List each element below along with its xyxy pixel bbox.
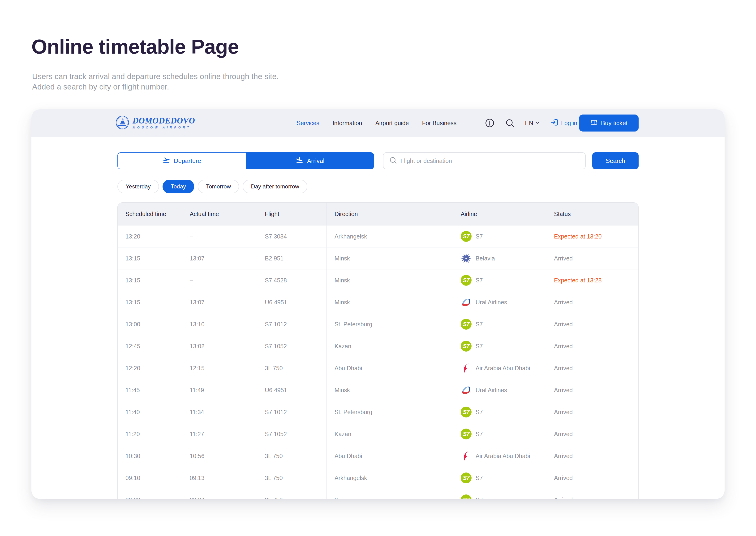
scheduled-time-cell: 13:20	[118, 225, 182, 247]
domodedovo-tower-icon	[116, 116, 129, 130]
actual-time-cell: 11:27	[182, 423, 257, 445]
nav-item-information[interactable]: Information	[333, 120, 362, 126]
actual-time-cell: –	[182, 225, 257, 247]
airline-cell: S7 S7	[453, 489, 546, 499]
s7-logo: S7	[461, 473, 471, 483]
flight-cell: S7 3034	[257, 225, 326, 247]
nav-item-services[interactable]: Services	[297, 120, 320, 126]
table-row: 09:10 09:13 3L 750 Arkhangelsk S7 S7 Arr…	[118, 467, 638, 489]
flight-cell: S7 4528	[257, 269, 326, 291]
header-icons: EN Log in	[485, 118, 577, 128]
airline-name: S7	[476, 233, 483, 240]
table-row: 11:40 11:34 S7 1012 St. Petersburg S7 S7…	[118, 401, 638, 423]
airline-cell: S7 S7	[453, 401, 546, 423]
col-header-direction: Direction	[326, 203, 453, 225]
col-header-airline: Airline	[453, 203, 546, 225]
table-row: 12:45 13:02 S7 1052 Kazan S7 S7 Arrived	[118, 335, 638, 357]
actual-time-cell: 09:13	[182, 467, 257, 489]
flight-cell: S7 1012	[257, 313, 326, 335]
actual-time-cell: –	[182, 269, 257, 291]
s7-logo: S7	[461, 494, 471, 499]
search-input-icon	[389, 156, 397, 165]
air-arabia-logo	[461, 451, 471, 461]
chip-yesterday[interactable]: Yesterday	[118, 180, 159, 193]
flight-cell: U6 4951	[257, 291, 326, 313]
alert-icon[interactable]	[485, 118, 495, 128]
scheduled-time-cell: 13:15	[118, 291, 182, 313]
nav-item-airport-guide[interactable]: Airport guide	[375, 120, 409, 126]
table-row: 13:15 – S7 4528 Minsk S7 S7 Expected at …	[118, 269, 638, 291]
search-input[interactable]	[400, 157, 579, 164]
actual-time-cell: 13:07	[182, 248, 257, 269]
table-body: 13:20 – S7 3034 Arkhangelsk S7 S7 Expect…	[118, 225, 638, 499]
flight-cell: U6 4951	[257, 379, 326, 401]
status-cell: Arrived	[546, 335, 638, 357]
s7-logo: S7	[461, 341, 471, 352]
chip-today[interactable]: Today	[162, 180, 194, 193]
flight-cell: 3L 750	[257, 467, 326, 489]
direction-cell: Minsk	[326, 248, 453, 269]
status-cell: Expected at 13:20	[546, 225, 638, 247]
tab-arrival-label: Arrival	[307, 157, 325, 165]
chip-tomorrow[interactable]: Tomorrow	[198, 180, 239, 193]
scheduled-time-cell: 11:20	[118, 423, 182, 445]
plane-landing-icon	[296, 156, 303, 166]
airline-name: Air Arabia Abu Dhabi	[476, 365, 530, 372]
direction-cell: Minsk	[326, 379, 453, 401]
tab-arrival[interactable]: Arrival	[246, 152, 374, 169]
tab-departure-label: Departure	[174, 157, 201, 165]
status-cell: Expected at 13:28	[546, 269, 638, 291]
tab-departure[interactable]: Departure	[118, 152, 246, 169]
nav-item-for-business[interactable]: For Business	[422, 120, 457, 126]
chip-day-after-tomorrow[interactable]: Day after tomorrow	[243, 180, 307, 193]
buy-ticket-button[interactable]: Buy ticket	[579, 115, 638, 131]
timetable-controls: Departure Arrival Search	[118, 152, 638, 169]
ural-airlines-logo	[461, 297, 471, 308]
actual-time-cell: 11:34	[182, 401, 257, 423]
login-link[interactable]: Log in	[550, 118, 577, 128]
search-submit-button[interactable]: Search	[592, 152, 638, 169]
page-title: Online timetable Page	[31, 35, 239, 58]
timetable-card: DOMODEDOVO MOSCOW AIRPORT Services Infor…	[31, 109, 725, 499]
airline-name: S7	[476, 343, 483, 350]
scheduled-time-cell: 11:45	[118, 379, 182, 401]
actual-time-cell: 13:02	[182, 335, 257, 357]
table-row: 12:20 12:15 3L 750 Abu Dhabi Air Arabia …	[118, 357, 638, 379]
airline-name: S7	[476, 475, 483, 482]
status-cell: Arrived	[546, 445, 638, 467]
flight-cell: S7 1052	[257, 423, 326, 445]
airline-cell: Air Arabia Abu Dhabi	[453, 445, 546, 467]
page-subtitle-line2: Added a search by city or flight number.	[32, 82, 279, 92]
status-cell: Arrived	[546, 423, 638, 445]
table-row: 13:15 13:07 B2 951 Minsk Belavia Arrived	[118, 247, 638, 269]
scheduled-time-cell: 10:30	[118, 445, 182, 467]
airline-cell: Ural Airlines	[453, 291, 546, 313]
main-nav: Services Information Airport guide For B…	[297, 120, 457, 126]
actual-time-cell: 13:07	[182, 291, 257, 313]
s7-logo: S7	[461, 407, 471, 418]
scheduled-time-cell: 09:10	[118, 467, 182, 489]
actual-time-cell: 10:56	[182, 445, 257, 467]
col-header-status: Status	[546, 203, 638, 225]
status-cell: Arrived	[546, 401, 638, 423]
s7-logo: S7	[461, 319, 471, 330]
direction-toggle: Departure Arrival	[118, 152, 374, 169]
direction-cell: Kazan	[326, 489, 453, 499]
day-filter-chips: Yesterday Today Tomorrow Day after tomor…	[118, 180, 638, 193]
page-subtitle-line1: Users can track arrival and departure sc…	[32, 71, 279, 82]
flight-cell: 3L 750	[257, 489, 326, 499]
direction-cell: Arkhangelsk	[326, 467, 453, 489]
airline-cell: S7 S7	[453, 335, 546, 357]
table-row: 13:15 13:07 U6 4951 Minsk Ural Airlines …	[118, 291, 638, 313]
airline-cell: Belavia	[453, 248, 546, 269]
table-row: 13:20 – S7 3034 Arkhangelsk S7 S7 Expect…	[118, 225, 638, 247]
language-selector[interactable]: EN	[525, 120, 540, 126]
scheduled-time-cell: 13:00	[118, 313, 182, 335]
search-icon[interactable]	[505, 118, 515, 128]
airport-logo[interactable]: DOMODEDOVO MOSCOW AIRPORT	[116, 116, 195, 130]
airline-cell: S7 S7	[453, 313, 546, 335]
site-header: DOMODEDOVO MOSCOW AIRPORT Services Infor…	[31, 109, 725, 137]
status-cell: Arrived	[546, 248, 638, 269]
airline-name: Air Arabia Abu Dhabi	[476, 452, 530, 459]
arrivals-table: Scheduled time Actual time Flight Direct…	[118, 202, 638, 499]
